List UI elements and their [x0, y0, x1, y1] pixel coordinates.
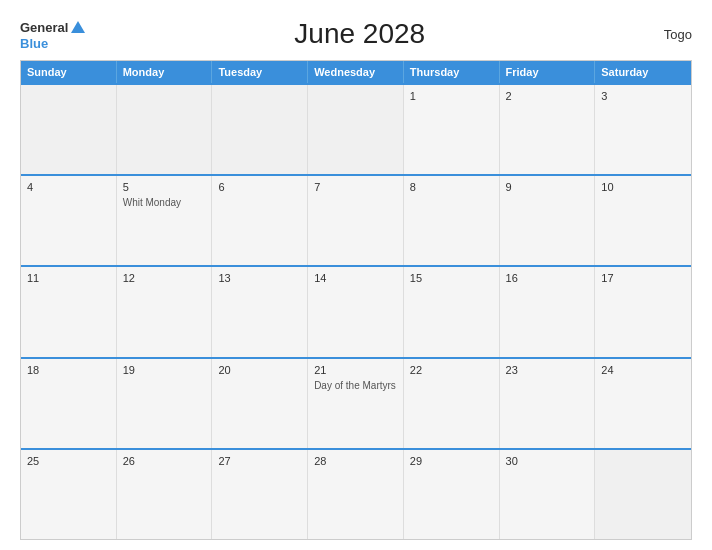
- cal-cell: 8: [404, 176, 500, 265]
- cal-cell: 1: [404, 85, 500, 174]
- col-friday: Friday: [500, 61, 596, 83]
- calendar-page: General Blue June 2028 Togo Sunday Monda…: [0, 0, 712, 550]
- day-number: 11: [27, 272, 110, 284]
- country-label: Togo: [632, 27, 692, 42]
- day-number: 20: [218, 364, 301, 376]
- week-row-4: 252627282930: [21, 448, 691, 539]
- cal-cell: 6: [212, 176, 308, 265]
- day-number: 8: [410, 181, 493, 193]
- week-row-2: 11121314151617: [21, 265, 691, 356]
- cal-cell: 27: [212, 450, 308, 539]
- day-number: 3: [601, 90, 685, 102]
- cal-cell: [21, 85, 117, 174]
- cal-cell: 7: [308, 176, 404, 265]
- cal-cell: [308, 85, 404, 174]
- day-number: 23: [506, 364, 589, 376]
- day-number: 22: [410, 364, 493, 376]
- col-wednesday: Wednesday: [308, 61, 404, 83]
- logo-general: General: [20, 21, 68, 34]
- cal-cell: 23: [500, 359, 596, 448]
- day-number: 16: [506, 272, 589, 284]
- week-row-0: 123: [21, 83, 691, 174]
- cal-cell: 5Whit Monday: [117, 176, 213, 265]
- page-title: June 2028: [87, 18, 632, 50]
- calendar-body: 12345Whit Monday678910111213141516171819…: [21, 83, 691, 539]
- day-number: 13: [218, 272, 301, 284]
- cal-cell: 2: [500, 85, 596, 174]
- cal-cell: 13: [212, 267, 308, 356]
- day-event: Whit Monday: [123, 197, 206, 208]
- day-number: 1: [410, 90, 493, 102]
- day-number: 14: [314, 272, 397, 284]
- day-number: 7: [314, 181, 397, 193]
- cal-cell: 17: [595, 267, 691, 356]
- cal-cell: 15: [404, 267, 500, 356]
- cal-cell: 30: [500, 450, 596, 539]
- day-number: 2: [506, 90, 589, 102]
- day-number: 4: [27, 181, 110, 193]
- col-sunday: Sunday: [21, 61, 117, 83]
- day-number: 21: [314, 364, 397, 376]
- day-number: 15: [410, 272, 493, 284]
- cal-cell: [212, 85, 308, 174]
- day-number: 30: [506, 455, 589, 467]
- calendar: Sunday Monday Tuesday Wednesday Thursday…: [20, 60, 692, 540]
- col-tuesday: Tuesday: [212, 61, 308, 83]
- cal-cell: 4: [21, 176, 117, 265]
- day-number: 29: [410, 455, 493, 467]
- cal-cell: 26: [117, 450, 213, 539]
- day-number: 27: [218, 455, 301, 467]
- col-thursday: Thursday: [404, 61, 500, 83]
- day-event: Day of the Martyrs: [314, 380, 397, 391]
- cal-cell: 20: [212, 359, 308, 448]
- cal-cell: 12: [117, 267, 213, 356]
- day-number: 25: [27, 455, 110, 467]
- logo: General Blue: [20, 19, 87, 50]
- day-number: 6: [218, 181, 301, 193]
- logo-blue: Blue: [20, 37, 48, 50]
- calendar-header: Sunday Monday Tuesday Wednesday Thursday…: [21, 61, 691, 83]
- cal-cell: 24: [595, 359, 691, 448]
- day-number: 5: [123, 181, 206, 193]
- cal-cell: 22: [404, 359, 500, 448]
- day-number: 24: [601, 364, 685, 376]
- cal-cell: 25: [21, 450, 117, 539]
- cal-cell: 3: [595, 85, 691, 174]
- day-number: 17: [601, 272, 685, 284]
- col-monday: Monday: [117, 61, 213, 83]
- day-number: 18: [27, 364, 110, 376]
- cal-cell: [117, 85, 213, 174]
- col-saturday: Saturday: [595, 61, 691, 83]
- day-number: 19: [123, 364, 206, 376]
- cal-cell: 21Day of the Martyrs: [308, 359, 404, 448]
- cal-cell: 16: [500, 267, 596, 356]
- cal-cell: 19: [117, 359, 213, 448]
- cal-cell: 14: [308, 267, 404, 356]
- cal-cell: 29: [404, 450, 500, 539]
- cal-cell: [595, 450, 691, 539]
- header: General Blue June 2028 Togo: [20, 18, 692, 50]
- week-row-1: 45Whit Monday678910: [21, 174, 691, 265]
- day-number: 26: [123, 455, 206, 467]
- day-number: 28: [314, 455, 397, 467]
- logo-icon: [69, 19, 87, 37]
- cal-cell: 11: [21, 267, 117, 356]
- cal-cell: 18: [21, 359, 117, 448]
- day-number: 9: [506, 181, 589, 193]
- cal-cell: 10: [595, 176, 691, 265]
- week-row-3: 18192021Day of the Martyrs222324: [21, 357, 691, 448]
- cal-cell: 9: [500, 176, 596, 265]
- day-number: 12: [123, 272, 206, 284]
- day-number: 10: [601, 181, 685, 193]
- svg-marker-0: [71, 21, 85, 33]
- cal-cell: 28: [308, 450, 404, 539]
